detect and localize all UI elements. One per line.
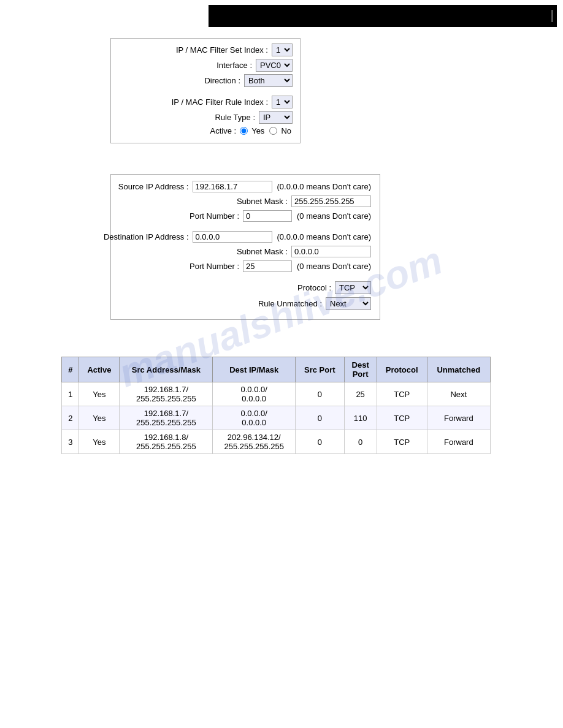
cell-active: Yes: [79, 382, 120, 406]
rule-unmatched-row: Rule Unmatched : Next Forward Drop: [120, 297, 371, 310]
cell-dest-port: 0: [344, 430, 377, 454]
cell-dest-ip: 202.96.134.12/255.255.255.255: [213, 430, 296, 454]
active-radio-group: Yes No: [240, 126, 293, 135]
src-ip-row: Source IP Address : (0.0.0.0 means Don't…: [120, 181, 371, 192]
cell-src-port: 0: [296, 406, 344, 430]
cell-protocol: TCP: [377, 382, 427, 406]
active-no-radio[interactable]: [269, 127, 277, 135]
table-container: # Active Src Address/Mask Dest IP/Mask S…: [61, 357, 551, 454]
cell-src-port: 0: [296, 430, 344, 454]
col-src-addr: Src Address/Mask: [120, 357, 213, 382]
dest-subnet-input[interactable]: [291, 246, 371, 257]
dest-ip-hint: (0.0.0.0 means Don't care): [277, 232, 372, 241]
dest-ip-row: Destination IP Address : (0.0.0.0 means …: [120, 231, 371, 243]
active-yes-radio[interactable]: [240, 127, 248, 135]
protocol-row: Protocol : TCP UDP ICMP Any: [120, 281, 371, 294]
dest-port-input[interactable]: [243, 260, 292, 272]
col-dest-ip: Dest IP/Mask: [213, 357, 296, 382]
rule-type-label: Rule Type :: [215, 113, 255, 122]
src-subnet-row: Subnet Mask :: [120, 195, 371, 207]
col-unmatched: Unmatched: [427, 357, 490, 382]
table-row: 2 Yes 192.168.1.7/255.255.255.255 0.0.0.…: [62, 406, 491, 430]
src-port-input[interactable]: [243, 210, 292, 222]
protocol-select[interactable]: TCP UDP ICMP Any: [335, 281, 371, 294]
mid-form-container: Source IP Address : (0.0.0.0 means Don't…: [110, 174, 380, 320]
header-bar: [209, 5, 557, 27]
cell-active: Yes: [79, 430, 120, 454]
src-subnet-label: Subnet Mask :: [237, 197, 288, 206]
src-subnet-input[interactable]: [291, 195, 371, 207]
dest-port-hint: (0 means Don't care): [297, 262, 371, 271]
rule-type-row: Rule Type : IP MAC: [118, 111, 293, 124]
set-index-row: IP / MAC Filter Set Index : 1 2 3 4: [118, 44, 293, 56]
cell-dest-ip: 0.0.0.0/0.0.0.0: [213, 406, 296, 430]
cell-protocol: TCP: [377, 406, 427, 430]
top-form-container: IP / MAC Filter Set Index : 1 2 3 4 Inte…: [110, 38, 301, 143]
active-label: Active :: [210, 126, 237, 135]
cell-unmatched: Next: [427, 382, 490, 406]
cell-src-addr: 192.168.1.8/255.255.255.255: [120, 430, 213, 454]
cell-dest-ip: 0.0.0.0/0.0.0.0: [213, 382, 296, 406]
mid-divider-2: [120, 275, 371, 281]
src-port-label: Port Number :: [190, 211, 239, 221]
src-ip-hint: (0.0.0.0 means Don't care): [277, 182, 372, 191]
dest-ip-label: Destination IP Address :: [104, 232, 189, 241]
cell-src-addr: 192.168.1.7/255.255.255.255: [120, 406, 213, 430]
protocol-label: Protocol :: [297, 283, 331, 292]
cell-dest-port: 25: [344, 382, 377, 406]
dest-subnet-label: Subnet Mask :: [237, 247, 288, 256]
direction-label: Direction :: [204, 76, 240, 85]
rule-index-row: IP / MAC Filter Rule Index : 1 2 3 4: [118, 96, 293, 108]
interface-select[interactable]: PVC0 PVC1 PVC2 PVC3: [256, 59, 293, 72]
cell-num: 3: [62, 430, 79, 454]
cell-unmatched: Forward: [427, 430, 490, 454]
rule-index-label: IP / MAC Filter Rule Index :: [172, 97, 268, 107]
src-port-row: Port Number : (0 means Don't care): [120, 210, 371, 222]
cell-src-addr: 192.168.1.7/255.255.255.255: [120, 382, 213, 406]
filter-rules-table: # Active Src Address/Mask Dest IP/Mask S…: [61, 357, 491, 454]
cell-protocol: TCP: [377, 430, 427, 454]
col-active: Active: [79, 357, 120, 382]
cell-num: 2: [62, 406, 79, 430]
top-form-table: IP / MAC Filter Set Index : 1 2 3 4 Inte…: [110, 38, 301, 143]
table-row: 3 Yes 192.168.1.8/255.255.255.255 202.96…: [62, 430, 491, 454]
cell-num: 1: [62, 382, 79, 406]
set-index-label: IP / MAC Filter Set Index :: [176, 45, 268, 55]
col-protocol: Protocol: [377, 357, 427, 382]
src-port-hint: (0 means Don't care): [297, 211, 371, 221]
cell-src-port: 0: [296, 382, 344, 406]
interface-label: Interface :: [216, 61, 252, 70]
header-bar-line: [551, 10, 553, 22]
col-num: #: [62, 357, 79, 382]
form-divider-1: [118, 89, 293, 96]
col-src-port: Src Port: [296, 357, 344, 382]
active-row: Active : Yes No: [118, 126, 293, 135]
direction-row: Direction : Both Incoming Outgoing: [118, 74, 293, 87]
direction-select[interactable]: Both Incoming Outgoing: [244, 74, 293, 87]
src-ip-input[interactable]: [193, 181, 272, 192]
col-dest-port: DestPort: [344, 357, 377, 382]
rule-index-select[interactable]: 1 2 3 4: [272, 96, 293, 108]
active-yes-label: Yes: [251, 126, 264, 135]
dest-subnet-row: Subnet Mask :: [120, 246, 371, 257]
active-no-label: No: [281, 126, 291, 135]
mid-divider-1: [120, 225, 371, 231]
rule-unmatched-select[interactable]: Next Forward Drop: [326, 297, 371, 310]
cell-dest-port: 110: [344, 406, 377, 430]
mid-form-table: Source IP Address : (0.0.0.0 means Don't…: [110, 174, 380, 320]
interface-row: Interface : PVC0 PVC1 PVC2 PVC3: [118, 59, 293, 72]
set-index-select[interactable]: 1 2 3 4: [272, 44, 293, 56]
rule-unmatched-label: Rule Unmatched :: [258, 299, 322, 308]
dest-port-row: Port Number : (0 means Don't care): [120, 260, 371, 272]
cell-active: Yes: [79, 406, 120, 430]
dest-ip-input[interactable]: [193, 231, 272, 243]
table-row: 1 Yes 192.168.1.7/255.255.255.255 0.0.0.…: [62, 382, 491, 406]
cell-unmatched: Forward: [427, 406, 490, 430]
rule-type-select[interactable]: IP MAC: [259, 111, 293, 124]
src-ip-label: Source IP Address :: [118, 182, 189, 191]
dest-port-label: Port Number :: [190, 262, 239, 271]
